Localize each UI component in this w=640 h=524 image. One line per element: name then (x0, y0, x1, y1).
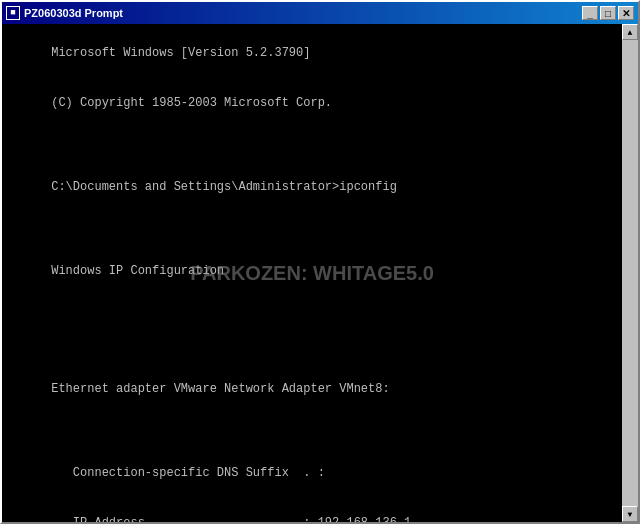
console-line-9: Ethernet adapter VMware Network Adapter … (51, 382, 389, 396)
title-buttons: _ □ ✕ (582, 6, 634, 20)
minimize-button[interactable]: _ (582, 6, 598, 20)
console-line-4: C:\Documents and Settings\Administrator>… (51, 180, 397, 194)
title-bar-left: ■ PZ060303d Prompt (6, 6, 123, 20)
scroll-up-button[interactable]: ▲ (622, 24, 638, 40)
console-wrapper: Microsoft Windows [Version 5.2.3790] (C)… (2, 24, 638, 522)
cmd-icon: ■ (6, 6, 20, 20)
close-button[interactable]: ✕ (618, 6, 634, 20)
window-title: PZ060303d Prompt (24, 7, 123, 19)
scroll-down-button[interactable]: ▼ (622, 506, 638, 522)
console-output[interactable]: Microsoft Windows [Version 5.2.3790] (C)… (2, 24, 622, 522)
console-line-12: IP Address. . . . . . . . . . . : 192.16… (51, 516, 411, 522)
console-line-6: Windows IP Configuration (51, 264, 224, 278)
title-bar: ■ PZ060303d Prompt _ □ ✕ (2, 2, 638, 24)
console-line-2: (C) Copyright 1985-2003 Microsoft Corp. (51, 96, 332, 110)
cmd-window: ■ PZ060303d Prompt _ □ ✕ Microsoft Windo… (0, 0, 640, 524)
scrollbar[interactable]: ▲ ▼ (622, 24, 638, 522)
console-line-11: Connection-specific DNS Suffix . : (51, 466, 325, 480)
watermark: PARKOZEN: WHITAGE5.0 (190, 259, 434, 287)
maximize-button[interactable]: □ (600, 6, 616, 20)
console-line-1: Microsoft Windows [Version 5.2.3790] (51, 46, 310, 60)
